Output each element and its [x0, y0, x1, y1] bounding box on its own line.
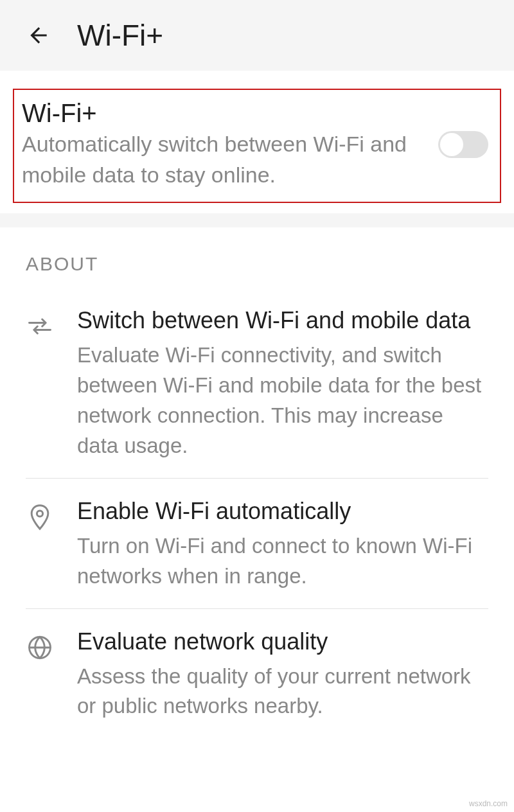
about-item-enable-wifi: Enable Wi-Fi automatically Turn on Wi-Fi…	[26, 497, 488, 609]
about-item-text: Enable Wi-Fi automatically Turn on Wi-Fi…	[77, 497, 488, 592]
toggle-knob	[440, 133, 463, 156]
watermark: wsxdn.com	[469, 799, 508, 808]
about-item-network-quality: Evaluate network quality Assess the qual…	[26, 627, 488, 722]
about-item-description: Turn on Wi-Fi and connect to known Wi-Fi…	[77, 531, 488, 592]
about-item-description: Evaluate Wi-Fi connectivity, and switch …	[77, 340, 488, 461]
about-item-title: Enable Wi-Fi automatically	[77, 497, 488, 526]
svg-point-0	[37, 511, 42, 516]
wifi-plus-text: Wi-Fi+ Automatically switch between Wi-F…	[22, 99, 425, 190]
wifi-plus-toggle[interactable]	[438, 131, 488, 158]
about-item-title: Switch between Wi-Fi and mobile data	[77, 306, 488, 335]
wifi-plus-setting-row[interactable]: Wi-Fi+ Automatically switch between Wi-F…	[13, 89, 501, 203]
wifi-plus-description: Automatically switch between Wi-Fi and m…	[22, 129, 425, 190]
back-arrow-icon	[26, 23, 51, 48]
wifi-plus-title: Wi-Fi+	[22, 99, 425, 128]
about-heading: ABOUT	[26, 253, 488, 275]
about-item-switch: Switch between Wi-Fi and mobile data Eva…	[26, 306, 488, 479]
location-icon	[26, 497, 54, 531]
about-section: ABOUT Switch between Wi-Fi and mobile da…	[0, 227, 514, 721]
about-item-text: Evaluate network quality Assess the qual…	[77, 627, 488, 722]
page-title: Wi-Fi+	[77, 18, 163, 53]
app-header: Wi-Fi+	[0, 0, 514, 71]
back-button[interactable]	[26, 22, 51, 48]
about-item-text: Switch between Wi-Fi and mobile data Eva…	[77, 306, 488, 461]
about-item-title: Evaluate network quality	[77, 627, 488, 657]
globe-icon	[26, 627, 54, 662]
swap-icon	[26, 306, 54, 340]
about-item-description: Assess the quality of your current netwo…	[77, 662, 488, 722]
section-divider	[0, 213, 514, 227]
